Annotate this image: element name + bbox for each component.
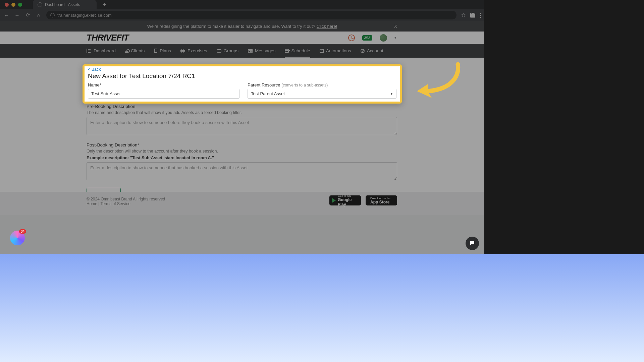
maximize-window-icon[interactable] (18, 3, 22, 7)
nav-schedule[interactable]: Schedule (285, 45, 310, 58)
post-booking-help: Only the description will show to the ac… (87, 149, 397, 154)
home-button[interactable]: ⌂ (36, 12, 42, 18)
nav-label: Schedule (291, 48, 310, 53)
footer: © 2024 Omnibeast Brand All rights reserv… (0, 192, 484, 215)
nav-automations[interactable]: Automations (320, 45, 351, 57)
tab-title: Dashboard - Assets (45, 2, 80, 7)
nav-account[interactable]: Account (361, 45, 383, 57)
minimize-window-icon[interactable] (11, 3, 15, 7)
pre-booking-label: Pre-Booking Description (87, 104, 397, 109)
dashboard-icon (87, 49, 91, 53)
reload-button[interactable]: ⟳ (25, 12, 31, 18)
highlight-card: < Back New Asset for Test Location 7/24 … (83, 64, 402, 104)
name-label: Name* (88, 82, 239, 87)
browser-toolbar: ← → ⟳ ⌂ trainer.staging.exercise.com ☆ (0, 9, 484, 21)
groups-icon (217, 49, 221, 53)
post-booking-textarea[interactable] (87, 162, 397, 180)
floating-app-badge[interactable]: 34 (10, 231, 25, 245)
post-booking-example: Example description: "Test Sub-Asset is/… (87, 156, 397, 160)
copyright-text: © 2024 Omnibeast Brand All rights reserv… (87, 197, 165, 201)
google-play-badge[interactable]: GET IT ONGoogle Play (329, 195, 361, 205)
floating-badge-count: 34 (19, 229, 26, 234)
clock-icon[interactable] (348, 35, 355, 41)
nav-dashboard[interactable]: Dashboard (87, 45, 116, 57)
extensions-icon[interactable] (470, 13, 475, 18)
banner-text: We're redesigning the platform to make i… (147, 24, 315, 29)
account-icon (361, 49, 365, 53)
parent-select-value: Test Parent Asset (251, 91, 285, 96)
chat-widget-button[interactable] (466, 237, 479, 250)
nav-label: Messages (255, 48, 276, 53)
parent-hint: (converts to a sub-assets) (281, 83, 328, 87)
window-controls (5, 3, 22, 7)
calendar-icon (285, 49, 289, 53)
nav-groups[interactable]: Groups (217, 45, 238, 57)
site-info-icon (50, 13, 55, 17)
nav-label: Clients (131, 48, 145, 53)
parent-label: Parent Resource (converts to a sub-asset… (248, 82, 396, 87)
nav-label: Account (367, 48, 383, 53)
badge-big: App Store (370, 200, 390, 204)
notification-badge[interactable]: 353 (362, 35, 372, 41)
footer-sep: | (97, 201, 101, 206)
nav-label: Dashboard (94, 48, 116, 53)
pre-booking-textarea[interactable] (87, 117, 397, 135)
bookmark-icon[interactable]: ☆ (461, 12, 466, 18)
nav-label: Groups (224, 48, 238, 53)
footer-terms-link[interactable]: Terms of Service (101, 201, 130, 206)
forward-button[interactable]: → (14, 12, 20, 18)
parent-label-text: Parent Resource (248, 82, 280, 87)
name-input[interactable] (88, 89, 239, 99)
avatar[interactable] (380, 34, 387, 42)
app-store-badge[interactable]: Download on theApp Store (366, 195, 397, 205)
annotation-arrow-icon (408, 62, 461, 102)
person-icon (125, 51, 128, 53)
nav-exercises[interactable]: Exercises (180, 45, 207, 57)
nav-messages[interactable]: Messages (248, 45, 276, 57)
brand-logo[interactable]: THRIVEFIT (87, 33, 128, 43)
back-link[interactable]: < Back (88, 67, 396, 72)
browser-menu-icon[interactable] (480, 13, 481, 18)
play-icon (332, 198, 336, 203)
back-button[interactable]: ← (3, 12, 9, 18)
globe-icon (38, 2, 42, 7)
post-booking-label: Post-Booking Description* (87, 142, 397, 147)
redesign-banner: We're redesigning the platform to make i… (0, 21, 484, 32)
main-nav: Dashboard Clients Plans Exercises Groups… (0, 44, 484, 58)
new-tab-button[interactable]: + (103, 1, 106, 8)
dumbbell-icon (180, 49, 185, 53)
close-window-icon[interactable] (5, 3, 9, 7)
header-bar: THRIVEFIT 353 ▾ (0, 32, 484, 44)
clipboard-icon (154, 49, 157, 53)
nav-label: Exercises (187, 48, 207, 53)
nav-label: Automations (326, 48, 351, 53)
url-text: trainer.staging.exercise.com (57, 13, 112, 18)
nav-label: Plans (160, 48, 171, 53)
badge-small: GET IT ON (338, 194, 351, 197)
footer-home-link[interactable]: Home (87, 201, 97, 206)
address-bar[interactable]: trainer.staging.exercise.com (46, 11, 457, 19)
page-title: New Asset for Test Location 7/24 RC1 (88, 72, 396, 80)
nav-plans[interactable]: Plans (154, 45, 171, 57)
pre-booking-help: The name and description that will show … (87, 110, 397, 115)
parent-resource-select[interactable]: Test Parent Asset ▼ (248, 89, 396, 99)
browser-tab[interactable]: Dashboard - Assets (33, 0, 97, 9)
browser-tabstrip: Dashboard - Assets + (0, 0, 484, 9)
chat-icon (469, 240, 475, 246)
badge-small: Download on the (370, 197, 390, 200)
banner-link[interactable]: Click here! (317, 24, 337, 29)
envelope-icon (248, 49, 253, 53)
banner-close-button[interactable]: X (394, 24, 397, 29)
badge-big: Google Play (338, 197, 358, 207)
chevron-down-icon: ▼ (390, 92, 393, 96)
chevron-down-icon[interactable]: ▾ (394, 36, 396, 40)
checkbox-icon (320, 49, 324, 53)
nav-clients[interactable]: Clients (125, 45, 145, 57)
